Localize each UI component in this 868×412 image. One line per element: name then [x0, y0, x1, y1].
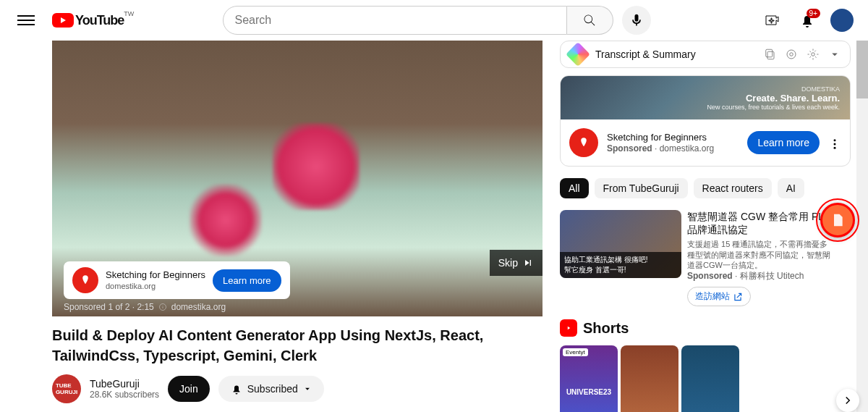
- search-input[interactable]: [223, 6, 567, 35]
- shorts-heading: Shorts: [583, 320, 629, 337]
- logo-region: TW: [124, 10, 134, 17]
- chip-from-channel[interactable]: From TubeGuruji: [595, 178, 688, 198]
- channel-avatar[interactable]: TUBEGURUJI: [52, 374, 81, 403]
- external-link-icon: [733, 292, 743, 302]
- chip-react-routers[interactable]: React routers: [694, 178, 772, 198]
- svg-point-10: [812, 53, 815, 56]
- related-ad-title: 智慧閘道器 CGW 整合常用 PLC 品牌通訊協定: [687, 210, 832, 236]
- account-button[interactable]: [827, 6, 856, 35]
- scrollbar[interactable]: [856, 0, 868, 412]
- chip-ai[interactable]: AI: [778, 178, 804, 198]
- transcript-logo-icon: [566, 42, 590, 67]
- channel-name[interactable]: TubeGuruji: [90, 378, 159, 390]
- svg-point-13: [834, 147, 836, 149]
- join-button[interactable]: Join: [168, 376, 210, 402]
- sponsor-more[interactable]: [828, 135, 841, 151]
- settings-icon[interactable]: [807, 48, 820, 61]
- skip-ad-button[interactable]: Skip: [490, 250, 542, 276]
- related-ad[interactable]: 協助工業通訊架構 很痛吧!幫它瘦身 首選一哥! 智慧閘道器 CGW 整合常用 P…: [560, 210, 851, 306]
- avatar: [830, 9, 854, 32]
- notifications-button[interactable]: 9+: [793, 6, 822, 35]
- skip-icon: [522, 257, 534, 269]
- svg-rect-7: [767, 51, 774, 59]
- ad-overlay-title: Sketching for Beginners: [106, 269, 205, 280]
- svg-point-8: [787, 50, 796, 59]
- info-icon: [158, 303, 167, 311]
- menu-button[interactable]: [12, 6, 41, 35]
- channel-subs: 28.6K subscribers: [90, 390, 159, 400]
- ad-progress-info: Sponsored 1 of 2 · 2:15 domestika.org: [64, 302, 226, 312]
- ai-icon[interactable]: [785, 48, 798, 61]
- create-icon: [764, 12, 781, 29]
- shorts-next-button[interactable]: [836, 389, 859, 412]
- ad-overlay-card: Sketching for Beginners domestika.org Le…: [64, 261, 290, 299]
- create-button[interactable]: [758, 6, 787, 35]
- chip-all[interactable]: All: [560, 178, 589, 198]
- ad-brand-icon: [72, 267, 98, 293]
- sponsor-banner[interactable]: DOMESTIKA Create. Share. Learn. New cour…: [561, 76, 850, 119]
- svg-rect-6: [766, 49, 773, 57]
- ad-overlay-cta[interactable]: Learn more: [213, 269, 281, 292]
- video-player[interactable]: Skip Sketching for Beginners domestika.o…: [52, 41, 542, 316]
- svg-point-12: [834, 143, 836, 146]
- notification-badge: 9+: [807, 9, 820, 18]
- ad-overlay-domain: domestika.org: [106, 282, 156, 290]
- logo-text: YouTube: [75, 13, 124, 28]
- sponsor-icon: [569, 128, 598, 157]
- transcript-title: Transcript & Summary: [595, 49, 754, 60]
- mic-icon: [629, 13, 644, 28]
- svg-point-11: [834, 139, 836, 141]
- subscribed-button[interactable]: Subscribed: [218, 376, 324, 402]
- transcript-summary-bar[interactable]: Transcript & Summary: [560, 41, 851, 68]
- visit-site-button[interactable]: 造訪網站: [687, 287, 751, 306]
- chevron-down-icon[interactable]: [828, 48, 841, 61]
- svg-point-9: [790, 53, 793, 56]
- short-item[interactable]: [681, 345, 739, 412]
- chevron-right-icon: [841, 394, 854, 407]
- short-item[interactable]: easy app in: [621, 345, 678, 412]
- bell-icon: [230, 382, 243, 395]
- search-icon: [582, 13, 597, 28]
- youtube-logo[interactable]: YouTube TW: [52, 13, 124, 28]
- header: YouTube TW 9+: [0, 0, 868, 41]
- short-item[interactable]: Eventyt UNIVERSE23 GitHub Universe 2023 …: [560, 345, 618, 412]
- related-thumb: 協助工業通訊架構 很痛吧!幫它瘦身 首選一哥!: [560, 210, 681, 278]
- chevron-down-icon: [302, 384, 312, 394]
- search-button[interactable]: [567, 6, 613, 35]
- shorts-icon: [560, 319, 577, 337]
- related-ad-desc: 支援超過 15 種通訊協定，不需再擔憂多種型號的閘道器來對應不同協定，智慧閘道器…: [687, 239, 832, 270]
- skip-label: Skip: [498, 257, 518, 269]
- filter-chips: All From TubeGuruji React routers AI: [560, 178, 851, 198]
- video-title: Build & Deploy AI Content Generator App …: [52, 325, 542, 366]
- voice-search-button[interactable]: [622, 6, 651, 35]
- sponsor-title: Sketching for Beginners: [607, 132, 739, 143]
- sponsor-cta[interactable]: Learn more: [747, 131, 820, 154]
- copy-icon[interactable]: [763, 48, 776, 61]
- shorts-shelf: Eventyt UNIVERSE23 GitHub Universe 2023 …: [560, 345, 851, 412]
- document-icon: [830, 213, 845, 227]
- floating-action-button[interactable]: [820, 203, 855, 237]
- sponsor-card: DOMESTIKA Create. Share. Learn. New cour…: [560, 75, 851, 167]
